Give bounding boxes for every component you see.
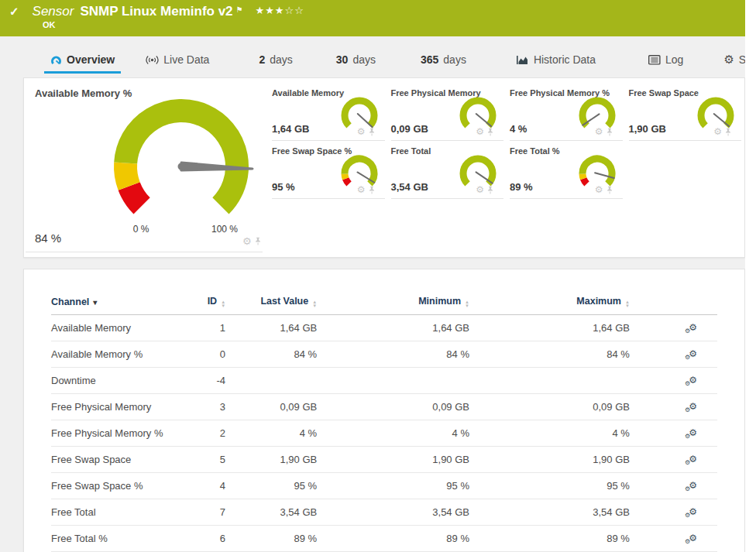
priority-stars[interactable]: ★★★☆☆: [256, 5, 304, 16]
sort-icon: ▲▼: [312, 300, 317, 307]
channel-name-cell: Available Memory: [51, 315, 200, 341]
channel-id-cell: -4: [200, 368, 225, 394]
pin-icon[interactable]: [724, 128, 732, 136]
channel-actions-cell: ⚙⚙: [630, 315, 717, 341]
pin-icon[interactable]: [606, 128, 613, 136]
tab-log[interactable]: Log: [642, 50, 689, 74]
gear-icon[interactable]: ⚙: [357, 185, 366, 194]
pin-icon[interactable]: [486, 186, 494, 194]
channel-maximum-cell: 84 %: [469, 341, 630, 368]
channel-id-cell: 4: [200, 473, 225, 499]
main-gauge-min-label: 0 %: [118, 224, 164, 235]
column-header-channel[interactable]: Channel▾: [51, 296, 200, 315]
channel-actions-cell: ⚙⚙: [630, 394, 717, 420]
tab-30-days[interactable]: 30 days: [330, 50, 382, 74]
gear-icon[interactable]: ⚙: [595, 185, 603, 194]
pin-icon[interactable]: [606, 186, 613, 194]
channel-maximum-cell: 0,09 GB: [469, 394, 630, 420]
main-gauge-value: 84 %: [35, 231, 61, 245]
tab-label: Historic Data: [534, 53, 596, 66]
channel-row: Free Physical Memory30,09 GB0,09 GB0,09 …: [51, 394, 717, 420]
channel-maximum-cell: 95 %: [469, 473, 630, 499]
channel-row: Downtime-4⚙⚙: [51, 368, 717, 394]
channel-last-value-cell: [225, 368, 317, 394]
channels-table: Channel▾ ID▲▼ Last Value▲▼ Minimum▲▼ Max…: [51, 296, 717, 552]
gauge-tile[interactable]: Free Swap Space1,90 GB⚙: [629, 84, 742, 141]
channel-settings-icon[interactable]: ⚙⚙: [685, 454, 697, 465]
tab-label: days: [443, 53, 466, 66]
tab-bar: Overview Live Data 2 days 30 days 365 da…: [0, 50, 745, 74]
channel-settings-icon[interactable]: ⚙⚙: [685, 480, 697, 492]
gauges-panel: Available Memory % 0 % 100 % 84 % ⚙ Avai…: [23, 77, 745, 258]
channel-actions-cell: ⚙⚙: [630, 447, 717, 473]
channel-settings-icon[interactable]: ⚙⚙: [685, 427, 697, 439]
flag-icon[interactable]: ⚑: [236, 5, 243, 14]
channel-id-cell: 1: [200, 315, 225, 341]
channel-actions-cell: ⚙⚙: [630, 420, 717, 447]
channel-settings-icon[interactable]: ⚙⚙: [685, 533, 697, 544]
channel-minimum-cell: 1,90 GB: [317, 447, 469, 473]
gauge-tile[interactable]: Free Total %89 %⚙: [510, 142, 623, 199]
sort-desc-icon: ▾: [93, 298, 97, 307]
column-header-id[interactable]: ID▲▼: [200, 296, 225, 315]
gear-icon: ⚙: [723, 53, 734, 67]
gear-icon[interactable]: ⚙: [713, 127, 722, 136]
gauge-tile[interactable]: Free Physical Memory %4 %⚙: [510, 84, 623, 141]
channel-name-cell: Free Total %: [51, 526, 200, 552]
gauge-tile[interactable]: Free Swap Space %95 %⚙: [272, 142, 385, 199]
column-header-maximum[interactable]: Maximum▲▼: [469, 296, 630, 315]
gear-icon[interactable]: ⚙: [595, 127, 603, 136]
tab-label: days: [270, 53, 293, 66]
column-header-minimum[interactable]: Minimum▲▼: [317, 296, 469, 315]
channel-name-cell: Free Total: [51, 499, 200, 526]
channel-minimum-cell: 0,09 GB: [317, 394, 469, 420]
channel-settings-icon[interactable]: ⚙⚙: [685, 322, 697, 334]
gauge-tile[interactable]: Available Memory1,64 GB⚙: [272, 84, 385, 141]
channel-id-cell: 7: [200, 499, 225, 526]
channel-settings-icon[interactable]: ⚙⚙: [685, 348, 697, 360]
channel-row: Free Total73,54 GB3,54 GB3,54 GB⚙⚙: [51, 499, 717, 526]
pin-icon[interactable]: [368, 186, 376, 194]
tab-365-days[interactable]: 365 days: [414, 50, 472, 74]
tab-live-data[interactable]: Live Data: [139, 50, 215, 74]
area-chart-icon: [516, 55, 529, 65]
gauge-tile[interactable]: Free Total3,54 GB⚙: [391, 142, 504, 199]
gauge-icon: [50, 54, 62, 66]
gauge-tile-value: 1,90 GB: [629, 123, 666, 135]
gear-icon[interactable]: ⚙: [476, 127, 484, 136]
tab-2-days[interactable]: 2 days: [253, 50, 298, 74]
channel-row: Free Swap Space %495 %95 %95 %⚙⚙: [51, 473, 717, 499]
channel-id-cell: 5: [200, 447, 225, 473]
pin-icon[interactable]: [368, 128, 376, 136]
tab-historic-data[interactable]: Historic Data: [510, 50, 602, 74]
channel-minimum-cell: 1,64 GB: [317, 315, 469, 341]
channel-actions-cell: ⚙⚙: [630, 499, 717, 526]
channel-maximum-cell: 89 %: [469, 526, 630, 552]
gauge-tile-value: 1,64 GB: [272, 123, 309, 135]
channel-name-cell: Available Memory %: [51, 341, 200, 368]
channel-actions-cell: ⚙⚙: [630, 341, 717, 368]
sort-icon: ▲▼: [221, 300, 225, 307]
channel-settings-icon[interactable]: ⚙⚙: [685, 506, 697, 518]
pin-icon[interactable]: [254, 237, 262, 245]
log-list-icon: [648, 55, 661, 65]
channel-id-cell: 3: [200, 394, 225, 420]
channel-minimum-cell: [317, 368, 469, 394]
channel-settings-icon[interactable]: ⚙⚙: [685, 401, 697, 413]
tab-label: Settings: [739, 53, 745, 66]
gauge-tile[interactable]: Free Physical Memory0,09 GB⚙: [391, 84, 504, 141]
channel-settings-icon[interactable]: ⚙⚙: [685, 375, 697, 386]
tab-overview[interactable]: Overview: [44, 50, 121, 74]
tab-settings[interactable]: ⚙ Settings: [717, 50, 745, 74]
column-header-last-value[interactable]: Last Value▲▼: [225, 296, 317, 315]
tab-label: Live Data: [163, 53, 209, 66]
channel-minimum-cell: 3,54 GB: [317, 499, 469, 526]
gear-icon[interactable]: ⚙: [476, 185, 484, 194]
channel-maximum-cell: 1,90 GB: [469, 447, 630, 473]
channel-name-cell: Free Physical Memory: [51, 394, 200, 420]
pin-icon[interactable]: [486, 128, 494, 136]
gear-icon[interactable]: ⚙: [242, 236, 252, 246]
channel-row: Available Memory11,64 GB1,64 GB1,64 GB⚙⚙: [51, 315, 717, 341]
channel-name-cell: Downtime: [51, 368, 200, 394]
gear-icon[interactable]: ⚙: [357, 127, 366, 136]
